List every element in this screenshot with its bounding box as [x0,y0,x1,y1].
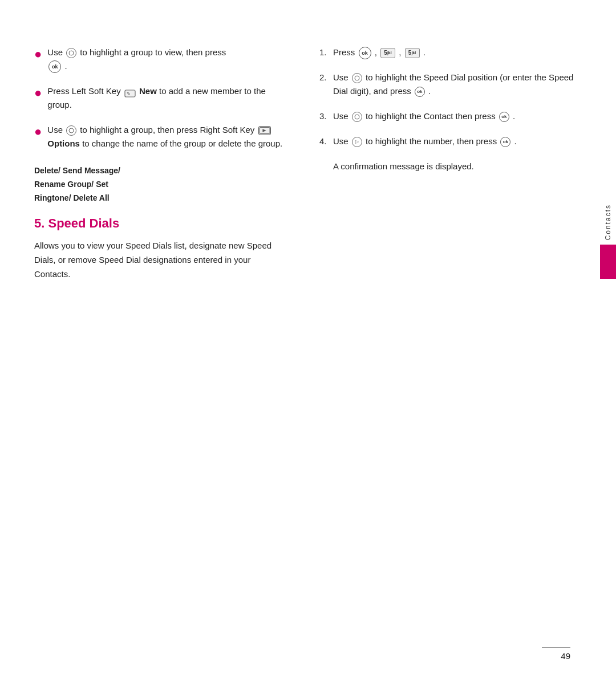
nav-circle-icon [352,112,362,122]
left-column: ● Use to highlight a group to view, then… [34,46,308,661]
list-item: ● Use to highlight a group, then press R… [34,123,285,151]
speed-dials-section: 5. Speed Dials Allows you to view your S… [34,216,285,281]
step-text: Use to highlight the Speed Dial position… [333,71,582,98]
side-tab-label: Contacts [601,200,615,245]
bullet-list: ● Use to highlight a group to view, then… [34,46,285,151]
page-content: ● Use to highlight a group to view, then… [0,0,616,695]
ok-icon: ok [415,87,425,97]
ok-icon: ok [500,137,510,147]
step-text: Use to highlight the number, then press … [333,135,517,148]
key-5jkl-2: 5 jkl [405,48,420,58]
page-number: 49 [561,651,570,661]
bullet-dot: ● [34,44,42,64]
bullet-text: Use to highlight a group, then press Rig… [47,123,285,151]
page-divider [542,647,570,648]
list-item: 2. Use to highlight the Speed Dial posit… [319,71,582,98]
step-number: 2. [319,71,333,84]
options-list: Delete/ Send Message/Rename Group/ SetRi… [34,166,120,202]
list-item: ● Press Left Soft Key ✎ New to add a new… [34,84,285,112]
list-item: 4. Use to highlight the number, then pre… [319,135,582,148]
svg-text:✎: ✎ [127,91,131,96]
options-label: Options [47,139,80,148]
nav-circle-icon [66,125,76,136]
numbered-list: 1. Press ok , 5 jkl , 5 jkl . 2. Use to … [319,46,582,148]
confirmation-note: A confirmation message is displayed. [333,160,582,173]
key-5jkl-1: 5 jkl [380,48,395,58]
step-number: 1. [319,46,333,59]
right-softkey-icon [258,126,271,135]
bullet-text: Press Left Soft Key ✎ New to add a new m… [47,84,285,112]
nav-icon-down [352,137,362,147]
list-item: 3. Use to highlight the Contact then pre… [319,109,582,123]
bullet-text: Use to highlight a group to view, then p… [47,46,226,73]
page-footer: 49 [542,647,570,661]
list-item: 1. Press ok , 5 jkl , 5 jkl . [319,46,582,59]
nav-circle-icon [66,48,76,58]
new-label: New [139,86,157,96]
step-text: Press ok , 5 jkl , 5 jkl . [333,46,425,59]
bullet-dot: ● [34,122,42,141]
ok-icon: ok [48,60,61,73]
ok-icon: ok [499,112,509,122]
side-tab-bar [600,245,616,279]
bullet-dot: ● [34,83,42,103]
right-column: 1. Press ok , 5 jkl , 5 jkl . 2. Use to … [308,46,582,661]
section-title: 5. Speed Dials [34,216,285,231]
nav-circle-icon [352,73,362,83]
list-item: ● Use to highlight a group to view, then… [34,46,285,73]
step-text: Use to highlight the Contact then press … [333,109,515,123]
bold-options-text: Delete/ Send Message/Rename Group/ SetRi… [34,164,285,205]
step-number: 3. [319,109,333,123]
section-description: Allows you to view your Speed Dials list… [34,239,285,281]
step-number: 4. [319,135,333,148]
ok-icon: ok [359,47,371,59]
left-softkey-icon: ✎ [124,88,136,96]
side-tab: Contacts [600,200,616,279]
